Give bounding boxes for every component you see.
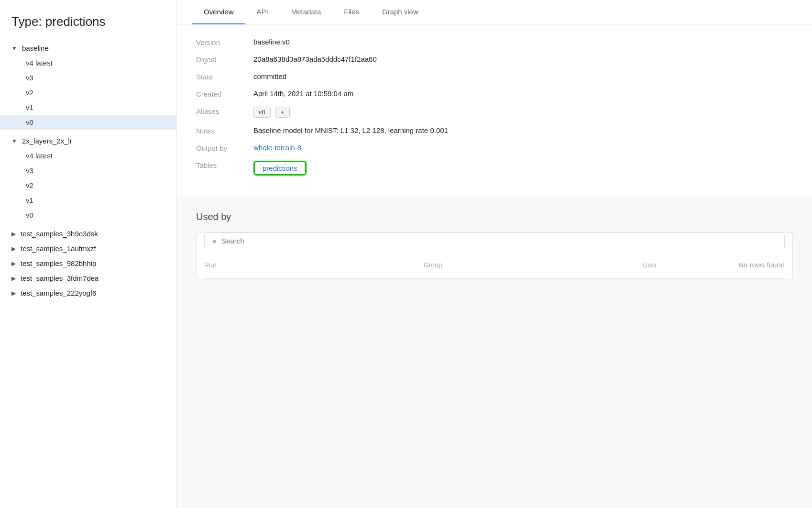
sidebar-group-label-baseline: baseline <box>22 44 49 52</box>
sidebar-collapsed-label-1: test_samples_1aufmxzf <box>21 244 96 253</box>
tab-files[interactable]: Files <box>332 0 371 24</box>
chevron-right-icon: ▶ <box>11 290 16 297</box>
sidebar-item-2xlayers-v1[interactable]: v1 <box>0 193 176 208</box>
tables-link-highlighted: predictions <box>253 161 307 176</box>
detail-label-state: State <box>196 72 253 81</box>
table-col-user: User <box>643 261 738 269</box>
detail-label-version: Version <box>196 38 253 46</box>
detail-value-state: committed <box>253 72 793 80</box>
sidebar-item-baseline-v4latest[interactable]: v4 latest <box>0 55 176 70</box>
sidebar-item-baseline-v1[interactable]: v1 <box>0 100 176 115</box>
detail-value-output-by[interactable]: whole-terrain-8 <box>253 144 793 152</box>
table-col-run: Run <box>204 261 424 269</box>
chevron-right-icon: ▶ <box>11 275 16 282</box>
sidebar-collapsed-label-3: test_samples_3fdm7dea <box>21 274 99 282</box>
sidebar-group-2xlayers: ▼ 2x_layers_2x_lr v4 latest v3 v2 v1 v0 <box>0 133 176 222</box>
sidebar-item-baseline-v2[interactable]: v2 <box>0 85 176 100</box>
tab-graph-view[interactable]: Graph view <box>371 0 430 24</box>
tab-api[interactable]: API <box>245 0 280 24</box>
detail-row-created: Created April 14th, 2021 at 10:59:04 am <box>196 89 793 98</box>
sidebar-group-header-baseline[interactable]: ▼ baseline <box>0 41 176 55</box>
search-icon: ● <box>212 237 217 245</box>
sidebar-collapsed-group-4[interactable]: ▶ test_samples_222yogf6 <box>0 286 176 300</box>
detail-value-digest: 20a8a638d3a873ada5dddc47f1f2aa60 <box>253 55 793 63</box>
detail-label-created: Created <box>196 89 253 98</box>
sidebar-item-2xlayers-v0[interactable]: v0 <box>0 208 176 222</box>
sidebar-group-label-2xlayers: 2x_layers_2x_lr <box>22 137 72 145</box>
chevron-down-icon: ▼ <box>11 138 17 144</box>
detail-row-aliases: Aliases v0 + <box>196 107 793 118</box>
detail-row-tables: Tables predictions <box>196 161 793 176</box>
detail-label-output-by: Output by <box>196 144 253 152</box>
tables-link-predictions[interactable]: predictions <box>263 164 297 172</box>
detail-label-digest: Digest <box>196 55 253 64</box>
sidebar-collapsed-group-3[interactable]: ▶ test_samples_3fdm7dea <box>0 271 176 286</box>
sidebar-collapsed-group-1[interactable]: ▶ test_samples_1aufmxzf <box>0 241 176 256</box>
detail-label-aliases: Aliases <box>196 107 253 115</box>
used-by-title: Used by <box>196 211 793 222</box>
sidebar-item-baseline-v0[interactable]: v0 <box>0 115 176 130</box>
detail-value-aliases: v0 + <box>253 107 793 118</box>
detail-label-tables: Tables <box>196 161 253 169</box>
no-rows-message: No rows found <box>738 254 785 276</box>
alias-badge-v0: v0 <box>253 107 271 118</box>
detail-value-tables: predictions <box>253 161 793 176</box>
sidebar-item-2xlayers-v2[interactable]: v2 <box>0 178 176 193</box>
sidebar-collapsed-group-0[interactable]: ▶ test_samples_3h9o3dsk <box>0 226 176 241</box>
detail-row-output-by: Output by whole-terrain-8 <box>196 144 793 152</box>
table-header: Run Group User No rows found <box>204 249 785 279</box>
sidebar-collapsed-label-2: test_samples_982bhhip <box>21 259 96 267</box>
sidebar-title: Type: predictions <box>0 10 176 41</box>
tab-metadata[interactable]: Metadata <box>280 0 333 24</box>
chevron-right-icon: ▶ <box>11 231 16 237</box>
detail-row-digest: Digest 20a8a638d3a873ada5dddc47f1f2aa60 <box>196 55 793 64</box>
chevron-down-icon: ▼ <box>11 45 17 52</box>
used-by-section: Used by ● Run Group User No rows found <box>177 198 812 508</box>
detail-row-notes: Notes Baseline model for MNIST: L1 32, L… <box>196 126 793 135</box>
sidebar-item-2xlayers-v3[interactable]: v3 <box>0 163 176 178</box>
sidebar-collapsed-label-0: test_samples_3h9o3dsk <box>21 230 98 238</box>
tab-overview[interactable]: Overview <box>192 0 245 24</box>
chevron-right-icon: ▶ <box>11 245 16 252</box>
detail-label-notes: Notes <box>196 126 253 135</box>
search-box: ● <box>204 232 785 249</box>
sidebar-group-baseline: ▼ baseline v4 latest v3 v2 v1 v0 <box>0 41 176 130</box>
detail-value-created: April 14th, 2021 at 10:59:04 am <box>253 89 793 98</box>
sidebar-group-header-2xlayers[interactable]: ▼ 2x_layers_2x_lr <box>0 133 176 148</box>
sidebar-collapsed-label-4: test_samples_222yogf6 <box>21 289 96 297</box>
alias-plus-button[interactable]: + <box>275 107 290 118</box>
detail-row-state: State committed <box>196 72 793 81</box>
overview-section: Version baseline:v0 Digest 20a8a638d3a87… <box>177 24 812 198</box>
sidebar-collapsed-group-2[interactable]: ▶ test_samples_982bhhip <box>0 256 176 271</box>
tabs-bar: Overview API Metadata Files Graph view <box>177 0 812 24</box>
search-input[interactable] <box>221 237 777 245</box>
sidebar: Type: predictions ▼ baseline v4 latest v… <box>0 0 177 508</box>
main-content: Overview API Metadata Files Graph view V… <box>177 0 812 508</box>
used-by-table: ● Run Group User No rows found <box>196 232 793 279</box>
app-layout: Type: predictions ▼ baseline v4 latest v… <box>0 0 812 508</box>
detail-value-version: baseline:v0 <box>253 38 793 46</box>
detail-value-notes: Baseline model for MNIST: L1 32, L2 128,… <box>253 126 793 134</box>
chevron-right-icon: ▶ <box>11 260 16 267</box>
detail-row-version: Version baseline:v0 <box>196 38 793 46</box>
table-col-group: Group <box>424 261 643 269</box>
sidebar-item-2xlayers-v4latest[interactable]: v4 latest <box>0 148 176 163</box>
sidebar-item-baseline-v3[interactable]: v3 <box>0 70 176 85</box>
